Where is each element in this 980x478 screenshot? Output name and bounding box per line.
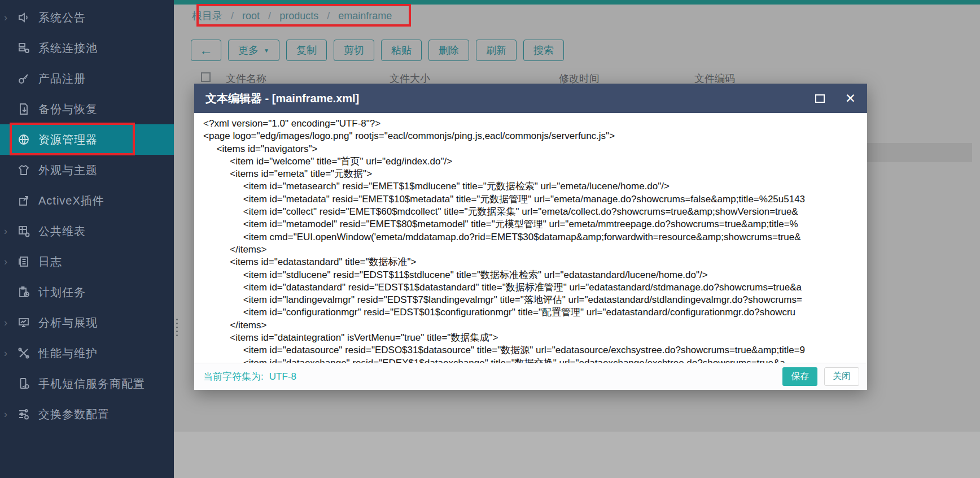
chevron-right-icon: › [4, 409, 15, 419]
charset-status: 当前字符集为:UTF-8 [203, 370, 296, 383]
sidebar-item-activex-plugin[interactable]: ActiveX插件 [0, 185, 174, 216]
cut-button[interactable]: 剪切 [334, 40, 374, 61]
sidebar-item-performance-maintenance[interactable]: › 性能与维护 [0, 338, 174, 368]
charset-label: 当前字符集为: [203, 371, 264, 382]
sidebar-item-analysis-display[interactable]: › 分析与展现 [0, 307, 174, 338]
content-accent-bar [174, 0, 980, 5]
sidebar-item-label: 计划任务 [38, 285, 86, 300]
code-line: <page logo="edg/images/logo.png" rootjs=… [203, 130, 867, 142]
code-line: <item id="collect" resid="EMET$60$mdcoll… [203, 206, 867, 218]
chevron-right-icon: › [4, 12, 15, 23]
dialog-title: 文本编辑器 - [mainframe.xml] [205, 91, 815, 106]
code-line: <items id="navigators"> [203, 143, 867, 155]
caret-down-icon: ▼ [264, 47, 269, 54]
sidebar-item-label: 系统连接池 [38, 41, 98, 56]
back-arrow-icon: ← [199, 42, 213, 58]
sidebar-item-product-registration[interactable]: 产品注册 [0, 63, 174, 94]
code-line: <items id="dataintegration" isVertMenu="… [203, 332, 867, 344]
sidebar-resize-handle[interactable] [175, 316, 178, 338]
sidebar-item-label: 外观与主题 [38, 163, 98, 178]
text-editor-dialog: 文本编辑器 - [mainframe.xml] ✕ <?xml version=… [194, 84, 867, 390]
code-line: <item id="dataexchange" resid="EDEX$1$da… [203, 357, 867, 363]
scheduled-task-icon [17, 285, 30, 299]
key-icon [17, 72, 30, 85]
code-line: <item id="metamodel" resid="EMET$80$meta… [203, 218, 867, 231]
page-bottom-area [174, 432, 980, 478]
sidebar-item-label: 系统公告 [38, 10, 86, 25]
save-button[interactable]: 保存 [782, 367, 817, 386]
sidebar-item-exchange-params-config[interactable]: › 交换参数配置 [0, 399, 174, 429]
sidebar-item-label: 手机短信服务商配置 [38, 376, 145, 392]
backup-restore-icon [17, 102, 30, 116]
breadcrumb-separator: / [231, 10, 234, 21]
breadcrumb-segment-emainframe[interactable]: emainframe [338, 10, 392, 21]
close-button[interactable]: 关闭 [824, 367, 859, 386]
code-line: </items> [203, 244, 867, 256]
breadcrumb: 根目录 / root / products / emainframe [192, 9, 392, 23]
sidebar-item-sms-provider-config[interactable]: 手机短信服务商配置 [0, 368, 174, 399]
log-icon [17, 255, 30, 268]
toolbar: ← 更多 ▼ 复制 剪切 粘贴 删除 刷新 搜索 [191, 40, 564, 61]
dialog-footer: 当前字符集为:UTF-8 保存 关闭 [194, 363, 867, 390]
sidebar-item-label: ActiveX插件 [38, 193, 104, 208]
sidebar-item-label: 性能与维护 [38, 346, 98, 361]
delete-button[interactable]: 删除 [428, 40, 469, 61]
maintenance-icon [17, 346, 30, 360]
sms-provider-icon [17, 377, 30, 390]
code-line: <item id="metadata" resid="EMET$10$metad… [203, 193, 867, 206]
breadcrumb-segment-root-dir[interactable]: 根目录 [192, 10, 222, 21]
code-line: <?xml version="1.0" encoding="UTF-8"?> [203, 118, 867, 130]
sidebar-item-scheduled-tasks[interactable]: 计划任务 [0, 277, 174, 307]
sidebar-item-label: 日志 [38, 254, 62, 270]
speaker-icon [17, 11, 30, 24]
breadcrumb-separator: / [327, 10, 330, 21]
breadcrumb-segment-products[interactable]: products [279, 10, 318, 21]
code-line: <item id="welcome" title="首页" url="edg/i… [203, 155, 867, 168]
plugin-icon [17, 194, 30, 207]
sidebar-item-public-dimension-table[interactable]: › 公共维表 [0, 216, 174, 246]
copy-button[interactable]: 复制 [286, 40, 327, 61]
maximize-icon[interactable] [815, 94, 825, 103]
close-icon[interactable]: ✕ [845, 92, 856, 105]
breadcrumb-separator: / [268, 10, 271, 21]
code-line: <item id="landingevalmgr" resid="EDST$7$… [203, 294, 867, 306]
sidebar-item-label: 产品注册 [38, 71, 86, 86]
dimension-table-icon [17, 224, 30, 238]
sidebar-item-label: 资源管理器 [38, 132, 98, 147]
exchange-params-icon [17, 407, 30, 421]
sidebar-item-system-announcement[interactable]: › 系统公告 [0, 2, 174, 33]
xml-editor-content[interactable]: <?xml version="1.0" encoding="UTF-8"?> <… [194, 113, 867, 363]
sidebar-item-label: 公共维表 [38, 224, 86, 239]
code-line: </items> [203, 319, 867, 332]
sidebar: › 系统公告 系统连接池 产品注册 备份与恢复 [0, 0, 174, 478]
code-line: <item id="metasearch" resid="EMET$1$mdlu… [203, 180, 867, 193]
code-line: <item id="datastandard" resid="EDST$1$da… [203, 281, 867, 294]
chevron-right-icon: › [4, 257, 15, 267]
dialog-titlebar: 文本编辑器 - [mainframe.xml] ✕ [194, 84, 867, 113]
theme-icon [17, 163, 30, 177]
charset-value: UTF-8 [269, 371, 296, 382]
sidebar-item-resource-manager[interactable]: 资源管理器 [0, 124, 174, 155]
sidebar-item-logs[interactable]: › 日志 [0, 246, 174, 277]
more-button-label: 更多 [238, 44, 259, 57]
sidebar-item-label: 交换参数配置 [38, 407, 110, 422]
sidebar-item-label: 备份与恢复 [38, 102, 98, 117]
back-button[interactable]: ← [191, 40, 221, 61]
app-window: › 系统公告 系统连接池 产品注册 备份与恢复 [0, 0, 980, 478]
chevron-right-icon: › [4, 348, 15, 358]
refresh-button[interactable]: 刷新 [476, 40, 517, 61]
search-button[interactable]: 搜索 [523, 40, 564, 61]
code-line: <items id="edatastandard" title="数据标准"> [203, 256, 867, 268]
sidebar-item-backup-restore[interactable]: 备份与恢复 [0, 94, 174, 124]
sidebar-item-appearance-theme[interactable]: 外观与主题 [0, 155, 174, 185]
breadcrumb-segment-root[interactable]: root [242, 10, 260, 21]
code-line: <item id="configurationmgr" resid="EDST$… [203, 306, 867, 319]
sidebar-item-connection-pool[interactable]: 系统连接池 [0, 33, 174, 63]
code-line: <item id="stdlucene" resid="EDST$11$stdl… [203, 269, 867, 281]
chevron-right-icon: › [4, 226, 15, 236]
more-button[interactable]: 更多 ▼ [228, 40, 279, 61]
code-line: <item cmd="EUI.openWindow('emeta/mddatam… [203, 231, 867, 244]
chevron-right-icon: › [4, 318, 15, 328]
paste-button[interactable]: 粘贴 [381, 40, 422, 61]
select-all-checkbox[interactable] [201, 72, 211, 82]
